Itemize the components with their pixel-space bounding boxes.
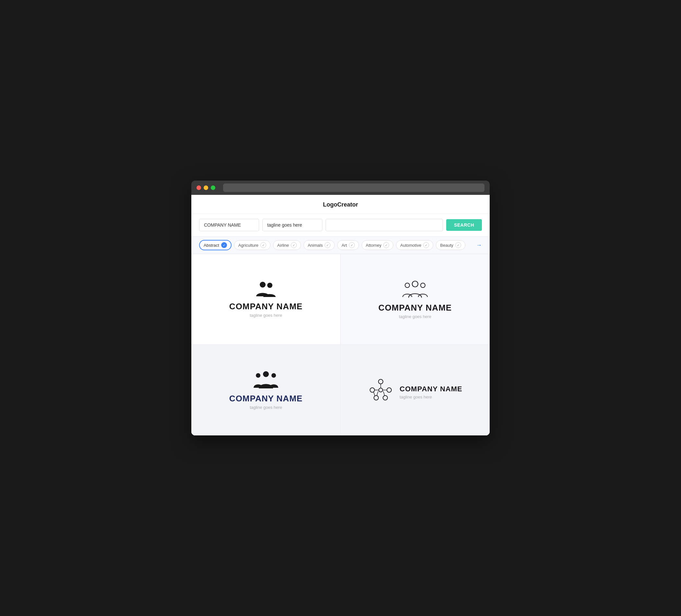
filter-check-icon-animals: ✓ — [325, 242, 330, 248]
svg-point-10 — [387, 388, 392, 392]
app-content: LogoCreator SEARCH Abstract✓Agriculture✓… — [191, 195, 490, 435]
logo-3-company-name: COMPANY NAME — [229, 393, 303, 404]
logo-card-2[interactable]: COMPANY NAME tagline goes here — [340, 254, 490, 344]
app-title: LogoCreator — [323, 201, 358, 208]
svg-point-0 — [260, 282, 266, 288]
filter-chip-beauty[interactable]: Beauty✓ — [436, 240, 465, 250]
filter-check-icon-automotive: ✓ — [423, 242, 429, 248]
filter-label-beauty: Beauty — [440, 243, 453, 248]
svg-point-5 — [263, 371, 269, 377]
filter-check-icon-attorney: ✓ — [383, 242, 389, 248]
filter-chip-art[interactable]: Art✓ — [337, 240, 359, 250]
filter-check-icon-agriculture: ✓ — [260, 242, 266, 248]
filter-check-icon-abstract: ✓ — [221, 242, 227, 248]
logo-card-1[interactable]: COMPANY NAME tagline goes here — [191, 254, 340, 344]
close-button[interactable] — [197, 185, 201, 190]
search-button[interactable]: SEARCH — [446, 219, 482, 231]
svg-point-7 — [272, 373, 276, 378]
three-people-solid-icon — [253, 370, 279, 390]
filter-label-animals: Animals — [308, 243, 323, 248]
svg-line-19 — [374, 392, 375, 396]
svg-line-18 — [383, 391, 385, 395]
two-people-icon — [254, 281, 278, 298]
svg-point-8 — [378, 379, 383, 384]
logo-card-4[interactable]: COMPANY NAME tagline goes here — [340, 344, 490, 435]
filter-label-automotive: Automotive — [400, 243, 421, 248]
svg-point-9 — [370, 388, 375, 392]
filter-chip-airline[interactable]: Airline✓ — [273, 240, 301, 250]
svg-point-2 — [412, 281, 418, 287]
three-people-outline-icon — [402, 280, 428, 299]
logo-card-3[interactable]: COMPANY NAME tagline goes here — [191, 344, 340, 435]
filter-bar: Abstract✓Agriculture✓Airline✓Animals✓Art… — [191, 236, 490, 254]
browser-titlebar — [191, 181, 490, 195]
search-bar: SEARCH — [191, 214, 490, 236]
filter-label-airline: Airline — [277, 243, 289, 248]
filter-check-icon-airline: ✓ — [291, 242, 297, 248]
logo-4-text-block: COMPANY NAME tagline goes here — [400, 381, 462, 400]
app-header: LogoCreator — [191, 195, 490, 214]
minimize-button[interactable] — [204, 185, 208, 190]
svg-point-6 — [256, 373, 260, 378]
svg-line-17 — [377, 391, 378, 395]
network-icon — [368, 377, 394, 403]
browser-window: LogoCreator SEARCH Abstract✓Agriculture✓… — [191, 181, 490, 435]
filter-label-art: Art — [342, 243, 347, 248]
filter-chip-agriculture[interactable]: Agriculture✓ — [234, 240, 271, 250]
svg-point-11 — [374, 395, 378, 400]
company-name-input[interactable] — [199, 219, 259, 231]
tagline-input[interactable] — [262, 219, 322, 231]
filter-label-abstract: Abstract — [204, 243, 219, 248]
logo-1-company-name: COMPANY NAME — [229, 302, 303, 312]
logo-2-company-name: COMPANY NAME — [378, 303, 452, 313]
logo-3-tagline: tagline goes here — [250, 405, 282, 410]
address-bar[interactable] — [223, 183, 484, 192]
filter-chip-automotive[interactable]: Automotive✓ — [396, 240, 433, 250]
filter-check-icon-beauty: ✓ — [455, 242, 461, 248]
filter-arrow-icon[interactable]: → — [476, 242, 482, 249]
filter-label-attorney: Attorney — [366, 243, 381, 248]
svg-point-12 — [383, 395, 387, 400]
filter-check-icon-art: ✓ — [349, 242, 355, 248]
filter-label-agriculture: Agriculture — [238, 243, 258, 248]
filter-chip-abstract[interactable]: Abstract✓ — [199, 240, 231, 250]
logo-2-tagline: tagline goes here — [399, 314, 431, 319]
logo-grid: COMPANY NAME tagline goes here COMPANY N… — [191, 254, 490, 435]
maximize-button[interactable] — [211, 185, 215, 190]
filter-chip-animals[interactable]: Animals✓ — [304, 240, 335, 250]
logo-4-company-name: COMPANY NAME — [400, 385, 462, 393]
svg-point-3 — [405, 283, 409, 288]
logo-4-tagline: tagline goes here — [400, 394, 462, 400]
svg-point-13 — [379, 388, 383, 392]
extra-input[interactable] — [326, 219, 443, 231]
svg-point-4 — [421, 283, 425, 288]
svg-point-1 — [267, 283, 272, 288]
filter-chip-attorney[interactable]: Attorney✓ — [361, 240, 393, 250]
logo-1-tagline: tagline goes here — [250, 313, 282, 318]
